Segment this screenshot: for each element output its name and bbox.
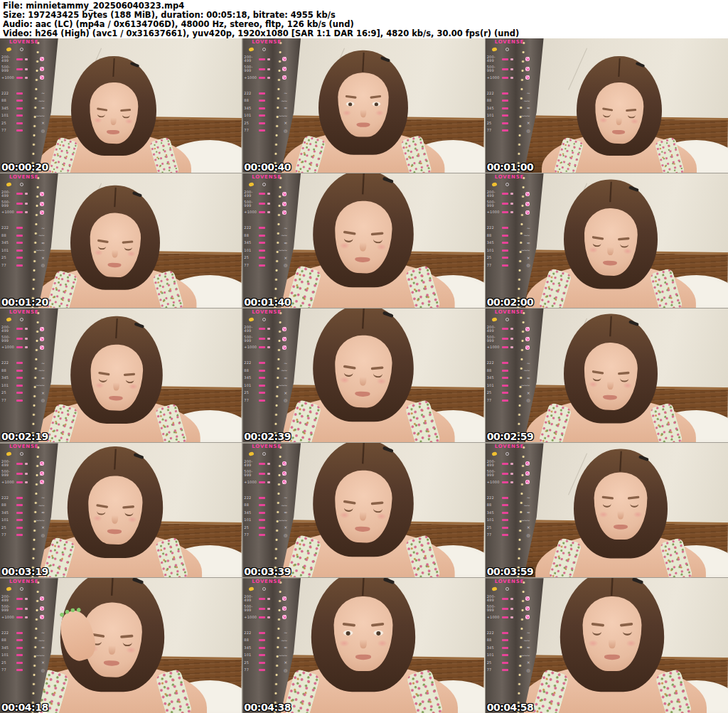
pattern-level-bar	[16, 235, 23, 237]
eyebrow-left	[343, 230, 356, 235]
crossed-circle-icon	[282, 57, 287, 61]
tip-sub-bar	[510, 598, 513, 600]
vibration-pattern-row: 222~	[1, 91, 44, 95]
pattern-tip-amount: 222	[1, 496, 14, 500]
eyebrow-right	[371, 502, 384, 505]
pattern-tip-amount: 88	[487, 638, 500, 642]
cheek-blush-right	[377, 243, 387, 250]
vibration-pattern-row: 77◎	[244, 668, 287, 672]
tip-tier-row: 500-999	[487, 200, 530, 208]
pattern-tip-amount: 25	[244, 526, 257, 530]
pattern-level-bar	[502, 264, 508, 267]
person	[527, 444, 714, 578]
pattern-level-bar	[502, 242, 508, 244]
tip-tier-row: 200-499	[244, 595, 287, 602]
crossed-circle-icon	[40, 75, 44, 80]
tip-tier-amount: +1000	[487, 481, 500, 484]
thumbnail-grid: LOVENSE 200-499500-999+1000 222~88~~345≈…	[0, 38, 728, 713]
tip-sub-bar	[267, 598, 270, 600]
wave-pattern-icon: ~	[284, 631, 287, 635]
tip-tier-amount: 500-999	[244, 200, 257, 208]
tip-tier-amount: 200-499	[1, 191, 14, 198]
tip-tier-row: 200-499	[487, 326, 530, 333]
tip-tier-amount: +1000	[244, 210, 257, 214]
cross-icon: ×	[41, 525, 44, 530]
pattern-tip-amount: 77	[1, 264, 14, 267]
tip-tier-row: 200-499	[487, 191, 530, 198]
crossed-circle-icon	[282, 327, 287, 331]
pattern-tip-amount: 222	[244, 496, 257, 500]
tip-level-bar	[16, 463, 23, 465]
tip-sub-bar	[510, 77, 513, 79]
lovense-logo: LOVENSE	[9, 175, 38, 180]
cross-icon: ×	[284, 256, 287, 260]
cross-icon: ×	[284, 121, 287, 125]
lovense-tip-menu-overlay: LOVENSE 200-499500-999+1000 222~88~~345≈…	[486, 38, 531, 132]
lovense-tip-menu-overlay: LOVENSE 200-499500-999+1000 222~88~~345≈…	[242, 443, 288, 537]
tip-tier-list: 200-499500-999+1000	[487, 460, 530, 484]
vibration-pattern-row: 101~~~	[244, 248, 287, 252]
tip-sub-bar	[510, 211, 513, 213]
vibration-pattern-row: 101~~~	[487, 248, 530, 252]
pattern-tip-amount: 101	[487, 249, 500, 252]
pattern-level-bar	[259, 385, 265, 387]
wave-pattern-icon: ~~	[281, 503, 287, 508]
pattern-level-bar	[259, 257, 265, 259]
tip-level-bar	[16, 346, 23, 348]
vibration-pattern-row: 77◎	[1, 398, 44, 402]
pattern-tip-amount: 222	[244, 92, 257, 95]
nose	[112, 246, 118, 257]
vibration-pattern-row: 222~	[487, 361, 530, 365]
pattern-level-bar	[16, 504, 23, 506]
pattern-level-bar	[16, 370, 23, 372]
timer-icon	[505, 318, 509, 321]
tip-level-bar	[259, 346, 265, 348]
eyebrow-left	[343, 623, 356, 627]
pattern-level-bar	[502, 100, 508, 102]
overlay-icons	[249, 318, 266, 321]
tip-sub-bar	[510, 68, 513, 70]
cross-icon: ×	[527, 660, 530, 665]
pattern-tip-amount: 101	[244, 114, 257, 117]
tip-sub-bar	[267, 328, 270, 330]
timestamp-label: 00:04:38	[244, 702, 291, 713]
pattern-level-bar	[259, 114, 265, 117]
pattern-level-bar	[259, 107, 265, 109]
tip-level-bar	[259, 68, 265, 70]
timer-icon	[505, 587, 509, 591]
lovense-logo: LOVENSE	[9, 444, 38, 449]
pattern-level-bar	[259, 647, 265, 649]
vibration-pattern-row: 345≈	[487, 106, 530, 110]
tip-sub-bar	[25, 616, 28, 618]
vibration-pattern-row: 222~	[487, 631, 530, 635]
lovense-logo: LOVENSE	[495, 444, 524, 449]
eyebrow-right	[618, 372, 630, 375]
cheek-blush-right	[626, 640, 637, 647]
cheek-blush-right	[377, 378, 387, 385]
tip-tier-row: 500-999	[244, 336, 287, 343]
video-line: Video: h264 (High) (avc1 / 0x31637661), …	[3, 29, 728, 38]
vibration-pattern-row: 88~~	[244, 503, 287, 508]
pattern-level-bar	[502, 512, 508, 514]
tip-sub-bar	[25, 58, 28, 60]
overlay-icons	[6, 587, 23, 591]
vibration-pattern-row: 25×	[244, 391, 287, 395]
pattern-tip-amount: 88	[487, 99, 500, 102]
eye-right	[620, 243, 628, 248]
ring-icon: ◎	[41, 129, 44, 133]
vibration-pattern-row: 77◎	[244, 533, 287, 537]
vibration-pattern-row: 88~~	[244, 368, 287, 372]
tip-level-bar	[502, 58, 508, 60]
vibration-pattern-row: 25×	[487, 121, 530, 125]
pattern-level-bar	[502, 122, 508, 124]
wave-pattern-icon: ≈	[284, 376, 287, 380]
video-thumbnail: LOVENSE 200-499500-999+1000 222~88~~345≈…	[0, 309, 242, 444]
tip-tier-row: 500-999	[1, 65, 44, 73]
pattern-level-bar	[502, 654, 508, 656]
tip-tier-list: 200-499500-999+1000	[1, 460, 44, 484]
vibration-pattern-list: 222~88~~345≈101~~~25×77◎	[244, 495, 287, 537]
nose	[112, 512, 119, 524]
pattern-level-bar	[502, 129, 508, 132]
tip-tier-row: 200-499	[1, 55, 44, 63]
tip-level-bar	[259, 598, 265, 600]
